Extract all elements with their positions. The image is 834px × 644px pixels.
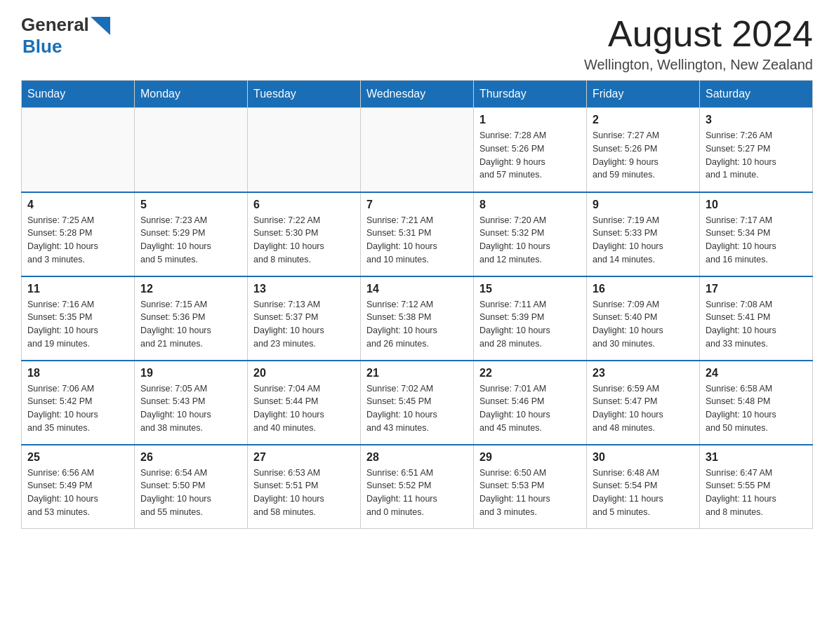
- day-number: 29: [479, 451, 581, 464]
- day-info: Sunrise: 7:08 AM Sunset: 5:41 PM Dayligh…: [706, 298, 807, 351]
- calendar-day-cell: 8Sunrise: 7:20 AM Sunset: 5:32 PM Daylig…: [474, 192, 587, 276]
- calendar-day-cell: [248, 108, 361, 192]
- calendar-week-row: 4Sunrise: 7:25 AM Sunset: 5:28 PM Daylig…: [22, 192, 813, 276]
- calendar-header-wednesday: Wednesday: [361, 81, 474, 108]
- calendar-day-cell: [361, 108, 474, 192]
- calendar-header-tuesday: Tuesday: [248, 81, 361, 108]
- calendar-day-cell: 24Sunrise: 6:58 AM Sunset: 5:48 PM Dayli…: [700, 361, 813, 445]
- calendar-week-row: 1Sunrise: 7:28 AM Sunset: 5:26 PM Daylig…: [22, 108, 813, 192]
- day-info: Sunrise: 7:05 AM Sunset: 5:43 PM Dayligh…: [140, 382, 241, 435]
- day-info: Sunrise: 6:47 AM Sunset: 5:55 PM Dayligh…: [706, 467, 807, 519]
- day-info: Sunrise: 7:23 AM Sunset: 5:29 PM Dayligh…: [140, 214, 241, 267]
- calendar-day-cell: 7Sunrise: 7:21 AM Sunset: 5:31 PM Daylig…: [361, 192, 474, 276]
- page-header: General Blue August 2024 Wellington, Wel…: [21, 14, 813, 73]
- calendar-day-cell: 3Sunrise: 7:26 AM Sunset: 5:27 PM Daylig…: [700, 108, 813, 192]
- day-info: Sunrise: 6:50 AM Sunset: 5:53 PM Dayligh…: [479, 467, 581, 519]
- calendar-day-cell: 19Sunrise: 7:05 AM Sunset: 5:43 PM Dayli…: [135, 361, 248, 445]
- calendar-day-cell: 21Sunrise: 7:02 AM Sunset: 5:45 PM Dayli…: [361, 361, 474, 445]
- day-number: 13: [253, 283, 355, 295]
- day-info: Sunrise: 7:11 AM Sunset: 5:39 PM Dayligh…: [479, 298, 581, 351]
- day-info: Sunrise: 6:56 AM Sunset: 5:49 PM Dayligh…: [27, 467, 128, 519]
- svg-marker-0: [91, 17, 110, 35]
- day-info: Sunrise: 7:15 AM Sunset: 5:36 PM Dayligh…: [140, 298, 241, 351]
- logo-arrow-icon: [91, 17, 110, 35]
- day-number: 15: [479, 283, 581, 295]
- logo-blue-text: Blue: [22, 36, 62, 58]
- day-info: Sunrise: 7:26 AM Sunset: 5:27 PM Dayligh…: [706, 129, 807, 182]
- day-info: Sunrise: 7:27 AM Sunset: 5:26 PM Dayligh…: [593, 129, 694, 182]
- calendar-day-cell: 25Sunrise: 6:56 AM Sunset: 5:49 PM Dayli…: [22, 445, 135, 529]
- day-number: 2: [593, 114, 694, 126]
- logo-general-text: General: [21, 14, 89, 36]
- location-label: Wellington, Wellington, New Zealand: [584, 57, 813, 73]
- day-info: Sunrise: 7:06 AM Sunset: 5:42 PM Dayligh…: [27, 382, 128, 435]
- day-info: Sunrise: 7:20 AM Sunset: 5:32 PM Dayligh…: [479, 214, 581, 267]
- day-info: Sunrise: 6:48 AM Sunset: 5:54 PM Dayligh…: [593, 467, 694, 519]
- day-info: Sunrise: 7:19 AM Sunset: 5:33 PM Dayligh…: [593, 214, 694, 267]
- calendar-day-cell: 17Sunrise: 7:08 AM Sunset: 5:41 PM Dayli…: [700, 276, 813, 361]
- calendar-day-cell: 26Sunrise: 6:54 AM Sunset: 5:50 PM Dayli…: [135, 445, 248, 529]
- day-info: Sunrise: 7:22 AM Sunset: 5:30 PM Dayligh…: [253, 214, 355, 267]
- calendar-table: SundayMondayTuesdayWednesdayThursdayFrid…: [21, 80, 813, 529]
- day-number: 30: [593, 451, 694, 464]
- calendar-day-cell: 4Sunrise: 7:25 AM Sunset: 5:28 PM Daylig…: [22, 192, 135, 276]
- day-number: 26: [140, 451, 241, 464]
- day-info: Sunrise: 6:51 AM Sunset: 5:52 PM Dayligh…: [366, 467, 468, 519]
- day-number: 25: [27, 451, 128, 464]
- calendar-day-cell: [135, 108, 248, 192]
- day-info: Sunrise: 6:58 AM Sunset: 5:48 PM Dayligh…: [706, 382, 807, 435]
- calendar-week-row: 18Sunrise: 7:06 AM Sunset: 5:42 PM Dayli…: [22, 361, 813, 445]
- day-number: 1: [479, 114, 581, 126]
- calendar-week-row: 25Sunrise: 6:56 AM Sunset: 5:49 PM Dayli…: [22, 445, 813, 529]
- day-info: Sunrise: 7:21 AM Sunset: 5:31 PM Dayligh…: [366, 214, 468, 267]
- day-info: Sunrise: 7:01 AM Sunset: 5:46 PM Dayligh…: [479, 382, 581, 435]
- calendar-day-cell: 2Sunrise: 7:27 AM Sunset: 5:26 PM Daylig…: [587, 108, 700, 192]
- day-number: 28: [366, 451, 468, 464]
- day-number: 12: [140, 283, 241, 295]
- day-info: Sunrise: 7:02 AM Sunset: 5:45 PM Dayligh…: [366, 382, 468, 435]
- calendar-header-row: SundayMondayTuesdayWednesdayThursdayFrid…: [22, 81, 813, 108]
- calendar-day-cell: 18Sunrise: 7:06 AM Sunset: 5:42 PM Dayli…: [22, 361, 135, 445]
- calendar-day-cell: 30Sunrise: 6:48 AM Sunset: 5:54 PM Dayli…: [587, 445, 700, 529]
- day-number: 18: [27, 367, 128, 380]
- calendar-day-cell: 15Sunrise: 7:11 AM Sunset: 5:39 PM Dayli…: [474, 276, 587, 361]
- calendar-day-cell: 10Sunrise: 7:17 AM Sunset: 5:34 PM Dayli…: [700, 192, 813, 276]
- day-number: 27: [253, 451, 355, 464]
- title-section: August 2024 Wellington, Wellington, New …: [584, 14, 813, 73]
- day-number: 16: [593, 283, 694, 295]
- day-info: Sunrise: 6:54 AM Sunset: 5:50 PM Dayligh…: [140, 467, 241, 519]
- day-number: 22: [479, 367, 581, 380]
- day-info: Sunrise: 7:09 AM Sunset: 5:40 PM Dayligh…: [593, 298, 694, 351]
- day-number: 5: [140, 199, 241, 211]
- day-number: 23: [593, 367, 694, 380]
- calendar-header-saturday: Saturday: [700, 81, 813, 108]
- calendar-day-cell: 11Sunrise: 7:16 AM Sunset: 5:35 PM Dayli…: [22, 276, 135, 361]
- day-info: Sunrise: 7:04 AM Sunset: 5:44 PM Dayligh…: [253, 382, 355, 435]
- day-number: 31: [706, 451, 807, 464]
- day-number: 19: [140, 367, 241, 380]
- day-number: 4: [27, 199, 128, 211]
- day-info: Sunrise: 6:59 AM Sunset: 5:47 PM Dayligh…: [593, 382, 694, 435]
- calendar-day-cell: [22, 108, 135, 192]
- calendar-day-cell: 6Sunrise: 7:22 AM Sunset: 5:30 PM Daylig…: [248, 192, 361, 276]
- day-number: 24: [706, 367, 807, 380]
- calendar-header-friday: Friday: [587, 81, 700, 108]
- calendar-day-cell: 23Sunrise: 6:59 AM Sunset: 5:47 PM Dayli…: [587, 361, 700, 445]
- calendar-day-cell: 14Sunrise: 7:12 AM Sunset: 5:38 PM Dayli…: [361, 276, 474, 361]
- day-number: 10: [706, 199, 807, 211]
- day-number: 11: [27, 283, 128, 295]
- day-number: 20: [253, 367, 355, 380]
- calendar-header-sunday: Sunday: [22, 81, 135, 108]
- calendar-header-thursday: Thursday: [474, 81, 587, 108]
- logo: General Blue: [21, 14, 110, 58]
- calendar-day-cell: 5Sunrise: 7:23 AM Sunset: 5:29 PM Daylig…: [135, 192, 248, 276]
- day-info: Sunrise: 7:12 AM Sunset: 5:38 PM Dayligh…: [366, 298, 468, 351]
- calendar-day-cell: 28Sunrise: 6:51 AM Sunset: 5:52 PM Dayli…: [361, 445, 474, 529]
- calendar-day-cell: 13Sunrise: 7:13 AM Sunset: 5:37 PM Dayli…: [248, 276, 361, 361]
- calendar-day-cell: 16Sunrise: 7:09 AM Sunset: 5:40 PM Dayli…: [587, 276, 700, 361]
- calendar-day-cell: 1Sunrise: 7:28 AM Sunset: 5:26 PM Daylig…: [474, 108, 587, 192]
- calendar-day-cell: 27Sunrise: 6:53 AM Sunset: 5:51 PM Dayli…: [248, 445, 361, 529]
- calendar-day-cell: 29Sunrise: 6:50 AM Sunset: 5:53 PM Dayli…: [474, 445, 587, 529]
- day-number: 6: [253, 199, 355, 211]
- day-number: 8: [479, 199, 581, 211]
